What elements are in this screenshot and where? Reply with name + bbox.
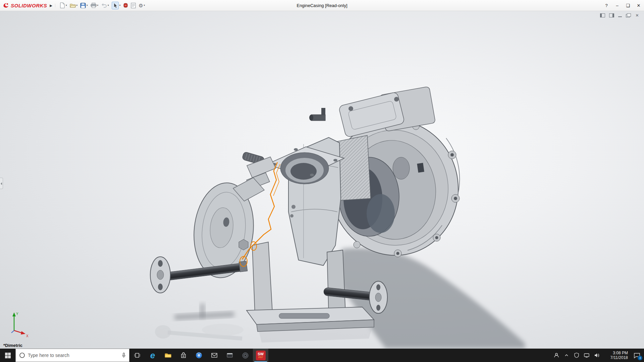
- media-app-icon: [242, 352, 249, 359]
- defender-button[interactable]: [572, 349, 582, 362]
- active-tool-highlight: [112, 2, 119, 9]
- close-button[interactable]: ✕: [633, 0, 644, 11]
- triad-y-label: Y: [16, 312, 18, 316]
- engine-casing-model[interactable]: [0, 11, 644, 349]
- save-button[interactable]: ▾: [79, 2, 89, 9]
- open-folder-icon: [70, 3, 76, 8]
- panel-collapse-tab[interactable]: [0, 178, 3, 189]
- view-orientation-label: *Dimetric: [3, 343, 22, 348]
- microphone-icon[interactable]: [122, 353, 126, 358]
- search-input[interactable]: [28, 353, 119, 358]
- file-properties-icon: [131, 3, 136, 8]
- select-tool-button[interactable]: ▾: [111, 1, 122, 10]
- mail-button[interactable]: [207, 349, 222, 362]
- help-button[interactable]: ?: [601, 0, 612, 11]
- mail-envelope-icon: [211, 353, 217, 358]
- rebuild-icon: [123, 3, 128, 8]
- edge-button[interactable]: e: [145, 349, 160, 362]
- undo-icon: [101, 3, 107, 8]
- file-properties-button[interactable]: [130, 2, 137, 9]
- dropdown-arrow[interactable]: ▾: [76, 4, 78, 7]
- reference-triad: Y X: [4, 310, 31, 339]
- graphics-viewport[interactable]: Y X *Dimetric: [0, 11, 644, 349]
- task-view-icon: [134, 353, 141, 358]
- notification-badge: 3: [638, 356, 642, 360]
- clock-time: 3:08 PM: [613, 351, 628, 355]
- dock-pane-left-icon[interactable]: [600, 13, 605, 17]
- windows-logo-icon: [5, 353, 11, 358]
- open-button[interactable]: ▾: [69, 2, 79, 9]
- ds-logo-icon: [3, 2, 9, 8]
- task-view-button[interactable]: [129, 349, 145, 362]
- rebuild-button[interactable]: [122, 2, 129, 9]
- chevron-up-icon: [565, 354, 569, 357]
- round-browser-button[interactable]: [191, 349, 207, 362]
- edge-icon: e: [150, 351, 155, 360]
- dropdown-arrow[interactable]: ▾: [97, 4, 99, 7]
- dropdown-arrow[interactable]: ▾: [66, 4, 67, 7]
- store-button[interactable]: [176, 349, 191, 362]
- start-button[interactable]: [0, 349, 15, 362]
- people-icon: [554, 353, 559, 358]
- network-icon: [584, 353, 589, 358]
- volume-button[interactable]: [592, 349, 602, 362]
- triad-x-label: X: [26, 334, 29, 338]
- clock-date: 7/11/2018: [610, 355, 628, 360]
- dock-pane-right-icon[interactable]: [609, 13, 614, 17]
- minimize-button[interactable]: –: [612, 0, 623, 11]
- new-document-button[interactable]: ▾: [59, 1, 68, 9]
- terminal-button[interactable]: [222, 349, 237, 362]
- speaker-icon: [594, 353, 599, 358]
- taskbar-clock[interactable]: 3:08 PM 7/11/2018: [602, 349, 630, 362]
- standard-toolbar: ▾ ▾ ▾ ▾: [55, 0, 146, 11]
- titlebar: SOLIDWORKS ▶ ▾ ▾ ▾: [0, 0, 644, 11]
- document-minimize-icon[interactable]: [618, 13, 622, 17]
- print-icon: [91, 3, 97, 8]
- document-restore-icon[interactable]: [626, 13, 631, 17]
- toolbar-flyout-arrow[interactable]: ▶: [49, 4, 55, 7]
- save-floppy-icon: [80, 3, 86, 8]
- people-button[interactable]: [551, 349, 561, 362]
- system-tray: 3:08 PM 7/11/2018 3: [551, 349, 644, 362]
- document-window-controls: ✕: [600, 13, 639, 17]
- solidworks-app-icon: SW 2017: [256, 351, 266, 360]
- gear-icon: ⚙: [139, 3, 143, 8]
- taskbar-search[interactable]: [15, 349, 129, 362]
- maximize-button[interactable]: ❏: [623, 0, 633, 11]
- print-button[interactable]: ▾: [90, 2, 100, 9]
- undo-button[interactable]: ▾: [100, 2, 110, 9]
- solidworks-app-button[interactable]: SW 2017: [253, 349, 268, 362]
- select-cursor-icon: [113, 3, 118, 8]
- options-button[interactable]: ⚙ ▾: [138, 2, 146, 9]
- cortana-circle-icon: [19, 352, 25, 358]
- store-bag-icon: [181, 352, 186, 358]
- dropdown-arrow[interactable]: ▾: [87, 4, 88, 7]
- file-explorer-button[interactable]: [160, 349, 176, 362]
- new-document-icon: [60, 2, 65, 8]
- folder-icon: [165, 353, 171, 358]
- dropdown-arrow[interactable]: ▾: [144, 4, 145, 7]
- solidworks-logo: SOLIDWORKS: [0, 2, 49, 8]
- network-button[interactable]: [582, 349, 592, 362]
- brand-text: SOLIDWORKS: [11, 3, 47, 8]
- action-center-button[interactable]: 3: [630, 349, 644, 362]
- taskbar: e: [0, 349, 644, 362]
- dropdown-arrow[interactable]: ▾: [119, 4, 121, 7]
- terminal-window-icon: [227, 353, 233, 358]
- dropdown-arrow[interactable]: ▾: [108, 4, 109, 7]
- document-close-icon[interactable]: ✕: [635, 13, 639, 17]
- shield-icon: [574, 353, 579, 358]
- round-app-icon: [196, 352, 202, 359]
- hidden-icons-button[interactable]: [561, 349, 572, 362]
- media-app-button[interactable]: [237, 349, 253, 362]
- window-controls: ? – ❏ ✕: [601, 0, 644, 11]
